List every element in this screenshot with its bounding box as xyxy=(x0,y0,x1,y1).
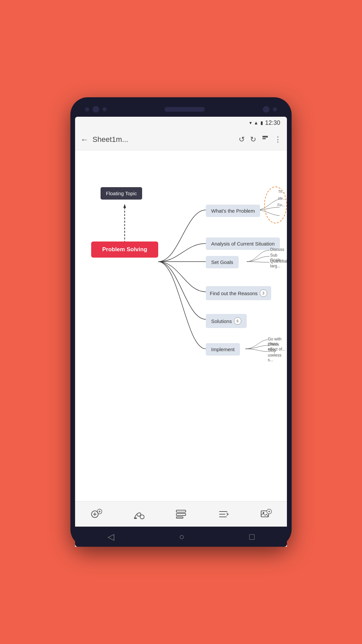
format-button[interactable] xyxy=(261,135,269,144)
branch-solutions[interactable]: Solutions 6 xyxy=(206,314,247,328)
layout-button[interactable] xyxy=(175,508,187,520)
branch-find-reasons[interactable]: Find out the Reasons 3 xyxy=(206,286,271,300)
mind-map-connections xyxy=(75,150,287,501)
outline-button[interactable] xyxy=(217,508,229,520)
svg-rect-1 xyxy=(262,138,266,139)
undo-button[interactable]: ↺ xyxy=(239,135,245,144)
circle-text-3: Fin... xyxy=(278,203,285,207)
bottom-toolbar xyxy=(75,501,287,527)
status-time: 12:30 xyxy=(265,119,280,126)
status-icons: ▾ ▲ ▮ 12:30 xyxy=(249,119,280,126)
back-button[interactable]: ← xyxy=(80,135,88,144)
redo-button[interactable]: ↻ xyxy=(250,135,256,144)
toolbar-icons: ↺ ↻ ⋮ xyxy=(239,135,282,144)
sensor-dot xyxy=(85,107,89,111)
center-node[interactable]: Problem Solving xyxy=(91,241,158,258)
style-button[interactable] xyxy=(133,508,145,520)
mind-map-canvas[interactable]: Floating Topic Problem Solving What's th… xyxy=(75,150,287,501)
branch-analysis[interactable]: Analysis of Current Situation xyxy=(206,237,280,250)
add-image-button[interactable] xyxy=(260,508,272,520)
app-title: Sheet1m... xyxy=(93,135,235,144)
circle-text-2: Ide... xyxy=(278,197,286,200)
nav-bar: ◁ ○ □ xyxy=(75,527,287,547)
circle-text-1: Th... xyxy=(278,190,285,194)
phone-top-bar xyxy=(75,102,287,117)
status-bar: ▾ ▲ ▮ 12:30 xyxy=(75,117,287,129)
sensor-dot3 xyxy=(273,107,277,111)
branch-set-goals[interactable]: Set Goals xyxy=(206,256,239,268)
branch-implement[interactable]: Implement xyxy=(206,343,240,356)
floating-topic-node[interactable]: Floating Topic xyxy=(101,187,142,200)
nav-home-button[interactable]: ○ xyxy=(179,532,184,542)
phone-frame: ▾ ▲ ▮ 12:30 ← Sheet1m... ↺ ↻ ⋮ xyxy=(70,97,292,547)
phone-screen: ▾ ▲ ▮ 12:30 ← Sheet1m... ↺ ↻ ⋮ xyxy=(75,117,287,547)
signal-icon: ▲ xyxy=(254,120,258,125)
svg-rect-0 xyxy=(262,136,268,138)
wifi-icon: ▾ xyxy=(249,120,252,125)
branch-whats-problem[interactable]: What's the Problem xyxy=(206,205,260,217)
svg-rect-12 xyxy=(134,518,137,519)
svg-rect-15 xyxy=(176,517,183,518)
svg-point-11 xyxy=(140,515,144,519)
camera-dot xyxy=(93,106,99,113)
nav-recent-button[interactable]: □ xyxy=(249,532,255,542)
badge-solutions: 6 xyxy=(234,317,241,325)
badge-find-reasons: 3 xyxy=(260,289,267,297)
sub-stopuseless: Stop useless s... xyxy=(268,348,287,362)
battery-icon: ▮ xyxy=(260,120,263,125)
add-topic-button[interactable] xyxy=(90,508,102,520)
top-right-sensors xyxy=(263,106,277,113)
top-left-sensors xyxy=(85,106,107,113)
nav-back-button[interactable]: ◁ xyxy=(108,532,114,542)
sub-quantifiable: Quantifiable targ... xyxy=(270,259,287,268)
sub-discuss: Discuss xyxy=(270,247,284,252)
svg-marker-3 xyxy=(123,204,126,208)
app-bar: ← Sheet1m... ↺ ↻ ⋮ xyxy=(75,129,287,150)
svg-rect-13 xyxy=(176,510,186,512)
sensor-dot2 xyxy=(103,107,107,111)
more-button[interactable]: ⋮ xyxy=(274,135,282,144)
svg-rect-14 xyxy=(176,514,186,516)
speaker xyxy=(165,107,205,112)
camera-dot2 xyxy=(263,106,269,113)
